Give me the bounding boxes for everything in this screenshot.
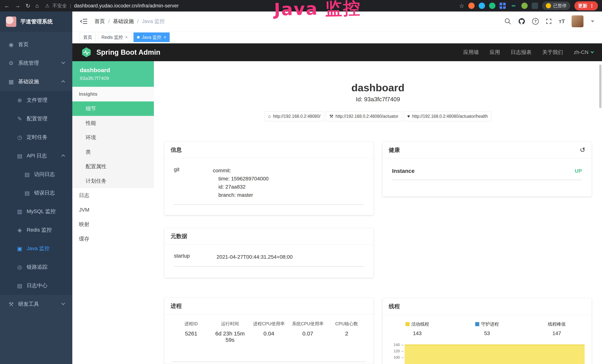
card-title: 元数据 xyxy=(171,233,187,240)
instance-header[interactable]: dashboard 93a3fc7f7409 xyxy=(72,61,154,87)
back-icon[interactable]: ← xyxy=(4,3,10,9)
extension-icon-green[interactable] xyxy=(489,3,495,9)
sidebar-item-home[interactable]: ◉ 首页 xyxy=(0,35,72,54)
sba-item-jvm[interactable]: JVM xyxy=(72,203,154,217)
log-icon: ▤ xyxy=(16,153,23,159)
monitor-icon: ▣ xyxy=(16,245,23,252)
sba-nav-applications[interactable]: 应用 xyxy=(490,49,500,56)
stat-value: 0.04 xyxy=(249,331,288,337)
sidebar-item-infrastructure[interactable]: ▦ 基础设施 xyxy=(0,72,72,91)
sba-item-metrics[interactable]: 性能 xyxy=(72,116,154,130)
sba-item-label: JVM xyxy=(79,207,89,213)
sba-header: Spring Boot Admin 应用墙 应用 日志报表 关于我们 zh-CN xyxy=(72,43,602,61)
stat-value: 6d 23h 15m 59s xyxy=(211,331,249,343)
sba-brand[interactable]: Spring Boot Admin xyxy=(97,48,160,56)
tab-java-monitor[interactable]: Java 监控 × xyxy=(133,32,170,42)
instance-url-link[interactable]: ⌂ http://192.168.0.2:48080/ xyxy=(265,111,324,121)
sba-item-config-props[interactable]: 配置属性 xyxy=(72,159,154,174)
sba-nav-wallboard[interactable]: 应用墙 xyxy=(463,49,479,56)
info-card-body: git commit: time: 1596289704000 id: 27aa… xyxy=(174,158,364,205)
home-icon[interactable]: ⌂ xyxy=(35,3,39,9)
avatar-caret-icon[interactable] xyxy=(591,20,594,22)
heartbeat-icon: ♥ xyxy=(407,114,410,119)
avatar[interactable] xyxy=(572,15,583,27)
history-icon[interactable]: ↺ xyxy=(580,146,585,154)
extension-icon-drop[interactable] xyxy=(479,3,485,9)
font-size-icon[interactable]: тT xyxy=(559,18,565,24)
sba-item-label: 映射 xyxy=(79,221,89,228)
sidebar-item-link-tracing[interactable]: ◎ 链路追踪 xyxy=(0,258,72,276)
bookmark-star-icon[interactable]: ☆ xyxy=(459,3,464,9)
extension-icon-leaf[interactable] xyxy=(521,3,528,9)
sba-nav-about[interactable]: 关于我们 xyxy=(542,49,563,56)
top-navbar: 首页 / 基础设施 / Java 监控 ? тT xyxy=(72,11,602,31)
sidebar-item-system-management[interactable]: ⚙ 系统管理 xyxy=(0,54,72,72)
sba-item-label: 缓存 xyxy=(79,235,89,242)
legend-value: 143 xyxy=(413,331,422,336)
sidebar-item-scheduled-tasks[interactable]: ◷ 定时任务 xyxy=(0,128,72,147)
page-subtitle: Id: 93a3fc7f7409 xyxy=(164,96,592,103)
security-label: 不安全 xyxy=(53,3,67,9)
stat-value: 2 xyxy=(327,331,366,337)
browser-menu-icon[interactable]: ⋮ xyxy=(590,3,594,9)
sidebar-item-log-center[interactable]: ▤ 日志中心 xyxy=(0,276,72,295)
breadcrumb-separator: / xyxy=(108,18,110,24)
sba-item-scheduled-tasks[interactable]: 计划任务 xyxy=(72,174,154,188)
instance-label: Instance xyxy=(392,168,415,174)
sidebar-item-label: 访问日志 xyxy=(34,171,55,178)
github-icon[interactable] xyxy=(518,18,526,25)
sidebar-item-dev-tools[interactable]: ⚒ 研发工具 xyxy=(0,295,72,313)
breadcrumb: 首页 / 基础设施 / Java 监控 xyxy=(95,18,165,25)
health-card-body: Instance UP xyxy=(392,159,582,180)
fullscreen-icon[interactable] xyxy=(546,18,552,25)
search-icon[interactable] xyxy=(504,18,511,25)
sba-item-logs[interactable]: 日志 xyxy=(72,188,154,203)
help-icon[interactable]: ? xyxy=(532,18,539,25)
sidebar-item-config-management[interactable]: ✎ 配置管理 xyxy=(0,109,72,128)
y-tick-mark xyxy=(401,345,404,345)
redis-icon: ◈ xyxy=(16,227,23,233)
sidebar-item-redis-monitor[interactable]: ◈ Redis 监控 xyxy=(0,221,72,239)
health-url-link[interactable]: ♥ http://192.168.0.2:48080/actuator/heal… xyxy=(404,111,491,121)
paused-badge[interactable]: 已暂停 xyxy=(542,1,570,10)
extension-icon-on-badge[interactable]: on xyxy=(510,3,517,9)
sba-item-caches[interactable]: 缓存 xyxy=(72,232,154,246)
extension-icon-dark[interactable] xyxy=(532,3,538,9)
gear-icon: ⚙ xyxy=(7,60,15,66)
sba-nav: 应用墙 应用 日志报表 关于我们 zh-CN xyxy=(463,49,593,56)
file-icon: ⊕ xyxy=(16,97,23,104)
sidebar-item-label: API 日志 xyxy=(27,152,47,159)
sba-item-details[interactable]: 细节 xyxy=(72,101,154,116)
hamburger-icon[interactable] xyxy=(80,18,87,24)
sidebar-item-api-logs[interactable]: ▤ API 日志 xyxy=(0,147,72,165)
close-icon[interactable]: × xyxy=(125,35,128,40)
extension-icon-grid[interactable] xyxy=(499,3,506,9)
threads-card: 线程 活动线程 143 xyxy=(383,298,592,364)
close-icon[interactable]: × xyxy=(163,35,166,40)
update-button[interactable]: 更新 ⋮ xyxy=(574,1,598,11)
sba-item-environment[interactable]: 环境 xyxy=(72,130,154,145)
sba-item-label: 细节 xyxy=(86,105,96,112)
sba-nav-journal[interactable]: 日志报表 xyxy=(511,49,532,56)
sidebar-item-file-management[interactable]: ⊕ 文件管理 xyxy=(0,91,72,109)
tab-label: Redis 监控 xyxy=(101,34,123,40)
address-bar[interactable]: ⚠ 不安全 | dashboard.yudao.iocoder.cn/infra… xyxy=(45,3,179,9)
extension-icon-orange[interactable] xyxy=(468,3,475,9)
sidebar-item-error-logs[interactable]: ▤ 错误日志 xyxy=(0,183,72,202)
sidebar-item-access-logs[interactable]: ▤ 访问日志 xyxy=(0,165,72,183)
stat-label: 系统CPU使用率 xyxy=(288,321,327,327)
tab-redis-monitor[interactable]: Redis 监控 × xyxy=(98,32,131,42)
reload-icon[interactable]: ↻ xyxy=(26,3,30,9)
forward-icon[interactable]: → xyxy=(15,3,20,9)
locale-select[interactable]: zh-CN xyxy=(574,49,593,55)
card-title: 信息 xyxy=(171,146,182,154)
sidebar-item-mysql-monitor[interactable]: ▥ MySQL 监控 xyxy=(0,202,72,221)
tab-home[interactable]: 首页 xyxy=(80,32,96,42)
breadcrumb-infrastructure[interactable]: 基础设施 xyxy=(113,18,134,25)
sidebar-item-java-monitor[interactable]: ▣ Java 监控 xyxy=(0,239,72,258)
breadcrumb-home[interactable]: 首页 xyxy=(95,18,105,25)
sba-item-mappings[interactable]: 映射 xyxy=(72,217,154,232)
sba-item-classes[interactable]: 类 xyxy=(72,145,154,159)
actuator-url-link[interactable]: ⚒ http://192.168.0.2:48080/actuator xyxy=(326,111,402,121)
scrollbar[interactable] xyxy=(599,64,602,108)
